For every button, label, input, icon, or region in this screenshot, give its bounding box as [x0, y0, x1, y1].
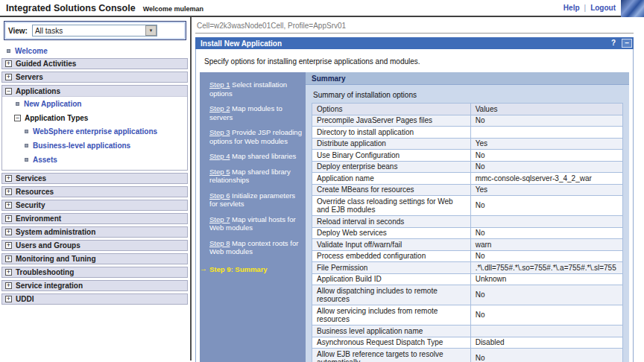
table-row: Distribute applicationYes: [312, 138, 623, 150]
option-cell: Business level application name: [312, 326, 471, 337]
sidebar-section-label: Users and Groups: [16, 241, 80, 250]
step-link[interactable]: Step 1: [209, 80, 230, 89]
sidebar-section-monitoring-and-tuning[interactable]: +Monitoring and Tuning: [1, 253, 188, 264]
sidebar-section-label: Troubleshooting: [16, 268, 74, 276]
step-link[interactable]: Step 6: [209, 191, 230, 200]
sidebar-section-service-integration[interactable]: +Service integration: [1, 280, 188, 291]
main-content: Cell=w2k3wasNode01Cell, Profile=AppSrv01…: [192, 17, 644, 361]
view-select[interactable]: All tasks ▼: [32, 25, 157, 36]
option-cell: Allow servicing includes from remote res…: [312, 305, 471, 326]
summary-table: Options Values Precompile JavaServer Pag…: [312, 103, 623, 362]
expand-icon[interactable]: +: [5, 229, 12, 235]
top-banner: Integrated Solutions Console Welcome mul…: [0, 0, 644, 17]
option-cell: Distribute application: [312, 138, 471, 150]
help-icon[interactable]: ?: [611, 39, 616, 47]
sidebar-section-system-administration[interactable]: +System administration: [1, 226, 188, 238]
table-row: File Permission.*\.dll=755#.*\.so=755#.*…: [312, 262, 623, 274]
option-cell: Use Binary Configuration: [312, 150, 471, 162]
sidebar-section-label: Environment: [16, 215, 61, 223]
step-link[interactable]: Step 8: [209, 239, 230, 247]
option-cell: Allow EJB reference targets to resolve a…: [312, 349, 471, 362]
option-cell: Directory to install application: [312, 127, 471, 139]
sidebar-item-websphere-enterprise-applications[interactable]: WebSphere enterprise applications: [2, 124, 187, 139]
panel-titlebar: Install New Application ? –: [195, 37, 634, 49]
expand-icon[interactable]: +: [5, 255, 12, 262]
summary-content: Summary of installation options Options …: [306, 85, 629, 362]
option-cell: Reload interval in seconds: [312, 216, 471, 228]
wizard-steps-panel: Step 1 Select installation optionsStep 2…: [200, 72, 306, 362]
value-cell: No: [470, 285, 622, 305]
new-application-link[interactable]: New Application: [24, 100, 81, 108]
sidebar-subsection-application-types[interactable]: − Application Types: [2, 111, 187, 124]
table-row: Validate Input off/warn/failwarn: [312, 239, 623, 251]
collapse-icon[interactable]: −: [14, 115, 21, 121]
wizard-step-step-3: Step 3 Provide JSP reloading options for…: [200, 128, 303, 145]
bullet-icon: [25, 130, 28, 133]
expand-icon[interactable]: +: [5, 188, 12, 195]
sidebar-section-users-and-groups[interactable]: +Users and Groups: [1, 240, 188, 251]
sidebar-section-label: Resources: [16, 188, 54, 196]
sidebar-item-assets[interactable]: Assets: [2, 153, 187, 167]
sidebar-item-new-application[interactable]: New Application: [2, 97, 187, 111]
help-link[interactable]: Help: [564, 4, 580, 12]
table-row: Deploy enterprise beansNo: [312, 161, 623, 173]
step-link[interactable]: Step 7: [209, 215, 230, 223]
sidebar-section-uddi[interactable]: +UDDI: [1, 293, 188, 305]
expand-icon[interactable]: +: [5, 282, 12, 289]
wizard-step-step-2: Step 2 Map modules to servers: [200, 104, 303, 121]
view-filter-box: View: All tasks ▼: [4, 21, 186, 40]
sidebar-item-welcome[interactable]: Welcome: [0, 44, 190, 58]
step-link[interactable]: Step 3: [209, 128, 230, 136]
sidebar-section-applications-expanded: − Applications New Application − Applica…: [1, 85, 188, 171]
table-row: Process embedded configurationNo: [312, 250, 623, 262]
sidebar-section-environment[interactable]: +Environment: [1, 213, 188, 224]
sidebar-item-business-level-applications[interactable]: Business-level applications: [2, 139, 187, 153]
sidebar-section-services[interactable]: +Services: [1, 173, 188, 184]
sidebar-section-servers[interactable]: +Servers: [1, 72, 188, 83]
table-row: Application namemmc-console-sqlserver-3_…: [312, 173, 623, 185]
step-description: Map shared libraries: [230, 152, 296, 160]
value-cell: warn: [470, 239, 622, 251]
step-link[interactable]: Step 4: [209, 152, 230, 160]
expand-icon[interactable]: +: [5, 242, 12, 249]
summary-subtitle: Summary of installation options: [313, 91, 623, 99]
sidebar-section-label: Security: [16, 201, 45, 209]
expand-icon[interactable]: +: [5, 215, 12, 222]
sidebar-section-troubleshooting[interactable]: +Troubleshooting: [1, 267, 188, 278]
step-link[interactable]: Step 2: [209, 104, 230, 112]
collapse-icon[interactable]: −: [5, 88, 12, 95]
value-cell: [470, 216, 622, 228]
application-types-items: WebSphere enterprise applicationsBusines…: [2, 124, 187, 167]
value-cell: No: [470, 227, 622, 239]
value-cell: [470, 127, 622, 139]
expand-icon[interactable]: +: [5, 202, 12, 209]
view-label: View:: [8, 27, 28, 35]
step-link[interactable]: Step 5: [209, 168, 230, 176]
business-level-applications-link[interactable]: Business-level applications: [33, 142, 130, 150]
sidebar-section-resources[interactable]: +Resources: [1, 186, 188, 197]
option-cell: File Permission: [312, 262, 471, 274]
logout-link[interactable]: Logout: [590, 4, 616, 12]
header-link-separator: |: [584, 4, 587, 12]
welcome-link[interactable]: Welcome: [15, 47, 48, 55]
expand-icon[interactable]: +: [5, 175, 12, 182]
sidebar-section-applications[interactable]: − Applications: [2, 86, 187, 97]
assets-link[interactable]: Assets: [33, 156, 57, 164]
summary-panel: Summary Summary of installation options …: [306, 72, 629, 362]
value-cell: Disabled: [470, 337, 622, 349]
navigation-sidebar: View: All tasks ▼ Welcome +Guided Activi…: [0, 17, 192, 361]
sidebar-section-guided-activities[interactable]: +Guided Activities: [1, 58, 188, 69]
value-cell: No: [470, 305, 622, 326]
app-title: Integrated Solutions Console: [6, 3, 136, 13]
sidebar-section-security[interactable]: +Security: [1, 200, 188, 211]
expand-icon[interactable]: +: [5, 269, 12, 276]
minimize-icon[interactable]: –: [622, 39, 632, 48]
websphere-enterprise-applications-link[interactable]: WebSphere enterprise applications: [33, 127, 157, 136]
intro-text: Specify options for installing enterpris…: [196, 49, 633, 72]
expand-icon[interactable]: +: [5, 296, 12, 302]
expand-icon[interactable]: +: [5, 74, 12, 80]
wizard-steps-list: Step 1 Select installation optionsStep 2…: [200, 80, 303, 256]
chevron-down-icon[interactable]: ▼: [145, 25, 157, 36]
expand-icon[interactable]: +: [5, 60, 12, 67]
value-cell: .*\.dll=755#.*\.so=755#.*\.a=755#.*\.sl=…: [470, 262, 622, 274]
